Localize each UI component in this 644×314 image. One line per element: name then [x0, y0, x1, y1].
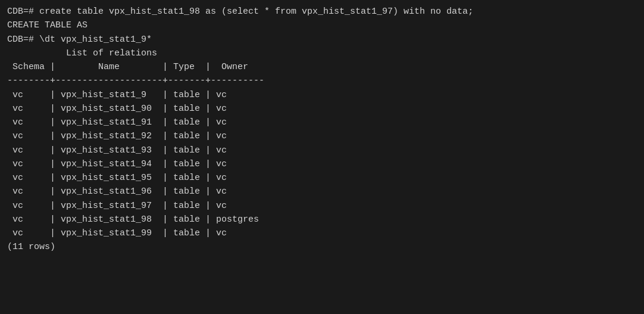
terminal-window: CDB=# create table vpx_hist_stat1_98 as … — [0, 0, 644, 314]
terminal-line-rowcount: (11 rows) — [7, 240, 637, 254]
terminal-line-row3: vc | vpx_hist_stat1_91 | table | vc — [7, 116, 637, 129]
terminal-line-row8: vc | vpx_hist_stat1_96 | table | vc — [7, 185, 637, 198]
terminal-line-row4: vc | vpx_hist_stat1_92 | table | vc — [7, 129, 637, 143]
terminal-line-table_header: Schema | Name | Type | Owner — [7, 60, 637, 74]
terminal-line-cmd1: CDB=# create table vpx_hist_stat1_98 as … — [7, 5, 637, 18]
terminal-line-row1: vc | vpx_hist_stat1_9 | table | vc — [7, 88, 637, 102]
terminal-line-result1: CREATE TABLE AS — [7, 18, 637, 32]
terminal-line-row7: vc | vpx_hist_stat1_95 | table | vc — [7, 171, 637, 185]
terminal-line-list_header_label: List of relations — [7, 46, 637, 60]
terminal-line-cmd2: CDB=# \dt vpx_hist_stat1_9* — [7, 33, 637, 46]
terminal-line-row11: vc | vpx_hist_stat1_99 | table | vc — [7, 226, 637, 240]
terminal-line-row2: vc | vpx_hist_stat1_90 | table | vc — [7, 102, 637, 116]
terminal-line-separator: --------+--------------------+-------+--… — [7, 74, 637, 88]
terminal-line-row5: vc | vpx_hist_stat1_93 | table | vc — [7, 144, 637, 157]
terminal-line-row9: vc | vpx_hist_stat1_97 | table | vc — [7, 199, 637, 213]
terminal-line-row10: vc | vpx_hist_stat1_98 | table | postgre… — [7, 213, 637, 226]
terminal-line-row6: vc | vpx_hist_stat1_94 | table | vc — [7, 157, 637, 171]
